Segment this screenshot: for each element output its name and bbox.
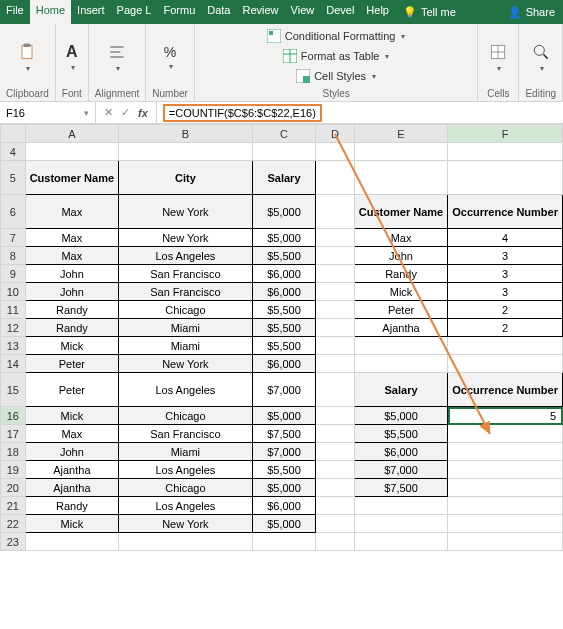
cell[interactable]: Mick xyxy=(25,337,118,355)
cell[interactable]: Max xyxy=(25,229,118,247)
cell[interactable]: Mick xyxy=(25,407,118,425)
cell[interactable]: Los Angeles xyxy=(119,461,253,479)
cell[interactable]: $7,000 xyxy=(354,461,447,479)
row-header[interactable]: 13 xyxy=(1,337,26,355)
cell[interactable]: Max xyxy=(354,229,447,247)
row-header[interactable]: 18 xyxy=(1,443,26,461)
col-header-C[interactable]: C xyxy=(252,125,316,143)
row-header[interactable]: 17 xyxy=(1,425,26,443)
row-header[interactable]: 12 xyxy=(1,319,26,337)
row-header[interactable]: 11 xyxy=(1,301,26,319)
cell[interactable]: Chicago xyxy=(119,479,253,497)
cell[interactable]: New York xyxy=(119,355,253,373)
cell[interactable]: $5,000 xyxy=(252,407,316,425)
format-as-table-button[interactable]: Format as Table xyxy=(281,48,392,64)
name-box[interactable]: F16 xyxy=(0,102,96,123)
cell[interactable]: $7,500 xyxy=(252,425,316,443)
col-header-B[interactable]: B xyxy=(119,125,253,143)
tab-page-layout[interactable]: Page L xyxy=(111,0,158,24)
conditional-formatting-button[interactable]: Conditional Formatting xyxy=(265,28,408,44)
cancel-icon[interactable]: ✕ xyxy=(104,106,113,119)
row-header[interactable]: 15 xyxy=(1,373,26,407)
cell[interactable]: $7,000 xyxy=(252,443,316,461)
cell[interactable]: San Francisco xyxy=(119,425,253,443)
cell[interactable]: $5,000 xyxy=(252,195,316,229)
row-header[interactable]: 20 xyxy=(1,479,26,497)
tab-formulas[interactable]: Formu xyxy=(157,0,201,24)
cell[interactable]: Miami xyxy=(119,443,253,461)
cell[interactable]: Chicago xyxy=(119,407,253,425)
cell[interactable]: Los Angeles xyxy=(119,497,253,515)
tab-data[interactable]: Data xyxy=(201,0,236,24)
cell[interactable]: 3 xyxy=(448,283,563,301)
cell[interactable]: Miami xyxy=(119,319,253,337)
cell[interactable]: New York xyxy=(119,515,253,533)
formula-input[interactable]: =COUNTIF($C$6:$C$22,E16) xyxy=(157,102,563,123)
cell[interactable]: Ajantha xyxy=(354,319,447,337)
cell[interactable]: $5,000 xyxy=(252,515,316,533)
cell[interactable]: $7,500 xyxy=(354,479,447,497)
cell[interactable]: Mick xyxy=(354,283,447,301)
col-header-F[interactable]: F xyxy=(448,125,563,143)
cell[interactable]: Randy xyxy=(25,497,118,515)
cell[interactable]: Randy xyxy=(354,265,447,283)
cell-styles-button[interactable]: Cell Styles xyxy=(294,68,378,84)
cell[interactable]: John xyxy=(25,283,118,301)
cell[interactable]: 2 xyxy=(448,319,563,337)
row-header[interactable]: 10 xyxy=(1,283,26,301)
cell[interactable]: 3 xyxy=(448,265,563,283)
cell[interactable]: Peter xyxy=(25,373,118,407)
cell[interactable]: Customer Name xyxy=(354,195,447,229)
tell-me[interactable]: 💡Tell me xyxy=(395,0,464,24)
font-button[interactable]: A xyxy=(62,41,82,74)
cell[interactable]: Max xyxy=(25,425,118,443)
cell[interactable]: $5,500 xyxy=(252,247,316,265)
cell[interactable]: Customer Name xyxy=(25,161,118,195)
row-header[interactable]: 21 xyxy=(1,497,26,515)
row-header[interactable]: 16 xyxy=(1,407,26,425)
cell[interactable]: City xyxy=(119,161,253,195)
row-header[interactable]: 5 xyxy=(1,161,26,195)
tab-developer[interactable]: Devel xyxy=(320,0,360,24)
cell[interactable]: $6,000 xyxy=(354,443,447,461)
row-header[interactable]: 14 xyxy=(1,355,26,373)
cell[interactable]: Occurrence Number xyxy=(448,373,563,407)
cell[interactable]: Chicago xyxy=(119,301,253,319)
enter-icon[interactable]: ✓ xyxy=(121,106,130,119)
cell[interactable]: Randy xyxy=(25,319,118,337)
tab-help[interactable]: Help xyxy=(360,0,395,24)
cell[interactable]: $5,000 xyxy=(252,229,316,247)
worksheet-grid[interactable]: A B C D E F 4 5 Customer Name City Salar… xyxy=(0,124,563,551)
row-header[interactable]: 23 xyxy=(1,533,26,551)
cell[interactable]: Ajantha xyxy=(25,479,118,497)
row-header[interactable]: 6 xyxy=(1,195,26,229)
cell[interactable]: New York xyxy=(119,229,253,247)
tab-view[interactable]: View xyxy=(285,0,321,24)
cell[interactable]: Mick xyxy=(25,515,118,533)
cell[interactable]: $5,500 xyxy=(252,301,316,319)
cell-selected[interactable]: 5 xyxy=(448,407,563,425)
row-header[interactable]: 22 xyxy=(1,515,26,533)
cell[interactable]: San Francisco xyxy=(119,265,253,283)
cell[interactable]: $5,500 xyxy=(252,461,316,479)
cell[interactable]: John xyxy=(25,265,118,283)
cell[interactable]: Peter xyxy=(354,301,447,319)
col-header-A[interactable]: A xyxy=(25,125,118,143)
cell[interactable]: Salary xyxy=(252,161,316,195)
row-header[interactable]: 8 xyxy=(1,247,26,265)
cell[interactable]: Salary xyxy=(354,373,447,407)
row-header[interactable]: 19 xyxy=(1,461,26,479)
tab-home[interactable]: Home xyxy=(30,0,71,24)
cell[interactable]: Randy xyxy=(25,301,118,319)
cell[interactable]: John xyxy=(354,247,447,265)
cell[interactable]: 4 xyxy=(448,229,563,247)
cell[interactable]: Ajantha xyxy=(25,461,118,479)
cell[interactable]: $7,000 xyxy=(252,373,316,407)
cell[interactable]: San Francisco xyxy=(119,283,253,301)
row-header[interactable]: 4 xyxy=(1,143,26,161)
tab-file[interactable]: File xyxy=(0,0,30,24)
cell[interactable]: $6,000 xyxy=(252,265,316,283)
cell[interactable]: Los Angeles xyxy=(119,247,253,265)
cell[interactable]: $6,000 xyxy=(252,283,316,301)
cell[interactable]: Occurrence Number xyxy=(448,195,563,229)
